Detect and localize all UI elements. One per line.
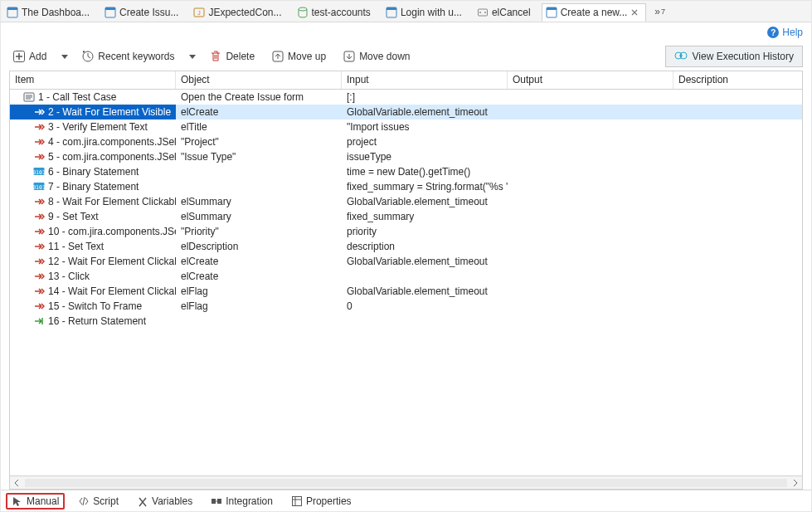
add-dropdown-caret-icon[interactable]	[61, 55, 68, 59]
cell-object[interactable]: elFlag	[176, 284, 342, 299]
cell-input[interactable]: fixed_summary	[342, 209, 508, 224]
cell-input[interactable]: fixed_summary = String.format("%s '	[342, 179, 508, 194]
cell-input[interactable]: GlobalVariable.element_timeout	[342, 105, 508, 119]
view-execution-history-button[interactable]: View Execution History	[665, 46, 804, 67]
table-row[interactable]: 9 - Set TextelSummaryfixed_summary	[10, 209, 802, 224]
cell-object[interactable]: elTitle	[176, 119, 342, 134]
cell-item[interactable]: 11 - Set Text	[10, 239, 176, 254]
cell-object[interactable]: elCreate	[176, 254, 342, 269]
cell-input[interactable]: time = new Date().getTime()	[342, 164, 508, 179]
cell-input[interactable]: GlobalVariable.element_timeout	[342, 284, 508, 299]
add-button[interactable]: Add	[9, 46, 50, 66]
cell-output[interactable]	[508, 179, 673, 194]
cell-item[interactable]: 2 - Wait For Element Visible	[10, 105, 176, 119]
cell-description[interactable]	[673, 299, 802, 314]
recent-keywords-button[interactable]: Recent keywords	[78, 46, 177, 66]
cell-output[interactable]	[508, 194, 673, 209]
cell-description[interactable]	[673, 164, 802, 179]
cell-item[interactable]: 12 - Wait For Element Clickab	[10, 254, 176, 269]
move-up-button[interactable]: Move up	[268, 46, 329, 66]
cell-input[interactable]: priority	[342, 224, 508, 239]
editor-tab[interactable]: test-accounts	[293, 3, 378, 22]
grid-body[interactable]: 1 - Call Test CaseOpen the Create Issue …	[10, 90, 802, 475]
cell-description[interactable]	[673, 90, 802, 105]
cell-output[interactable]	[508, 134, 673, 149]
cell-item[interactable]: 14 - Wait For Element Clickab	[10, 284, 176, 299]
cell-output[interactable]	[508, 314, 673, 329]
cell-item[interactable]: 3 - Verify Element Text	[10, 119, 176, 134]
cell-output[interactable]	[508, 239, 673, 254]
cell-object[interactable]: elFlag	[176, 299, 342, 314]
cell-description[interactable]	[673, 194, 802, 209]
cell-object[interactable]: "Priority"	[176, 224, 342, 239]
col-header-output[interactable]: Output	[508, 71, 673, 89]
cell-output[interactable]	[508, 284, 673, 299]
table-row[interactable]: 14 - Wait For Element ClickabelFlagGloba…	[10, 284, 802, 299]
tab-script[interactable]: Script	[73, 494, 124, 509]
editor-tab[interactable]: Login with u...	[382, 3, 469, 22]
cell-input[interactable]	[342, 269, 508, 284]
cell-object[interactable]: "Issue Type"	[176, 149, 342, 164]
cell-input[interactable]: GlobalVariable.element_timeout	[342, 254, 508, 269]
cell-output[interactable]	[508, 90, 673, 105]
cell-input[interactable]	[342, 314, 508, 329]
tab-variables[interactable]: Variables	[132, 494, 197, 509]
cell-item[interactable]: 13 - Click	[10, 269, 176, 284]
table-row[interactable]: 16 - Return Statement	[10, 314, 802, 329]
cell-input[interactable]: project	[342, 134, 508, 149]
table-row[interactable]: 13 - ClickelCreate	[10, 269, 802, 284]
cell-input[interactable]: "Import issues	[342, 119, 508, 134]
cell-output[interactable]	[508, 149, 673, 164]
cell-description[interactable]	[673, 149, 802, 164]
tab-manual[interactable]: Manual	[6, 493, 65, 510]
table-row[interactable]: 01017 - Binary Statementfixed_summary = …	[10, 179, 802, 194]
cell-item[interactable]: 01017 - Binary Statement	[10, 179, 176, 194]
cell-item[interactable]: 10 - com.jira.components.JSe	[10, 224, 176, 239]
table-row[interactable]: 12 - Wait For Element ClickabelCreateGlo…	[10, 254, 802, 269]
cell-description[interactable]	[673, 105, 802, 119]
cell-output[interactable]	[508, 105, 673, 119]
cell-input[interactable]: [:]	[342, 90, 508, 105]
col-header-description[interactable]: Description	[673, 71, 802, 89]
table-row[interactable]: 3 - Verify Element TextelTitle"Import is…	[10, 119, 802, 134]
table-row[interactable]: 2 - Wait For Element VisibleelCreateGlob…	[10, 105, 802, 119]
cell-object[interactable]	[176, 179, 342, 194]
recent-keywords-dropdown-caret-icon[interactable]	[189, 55, 196, 59]
cell-input[interactable]: GlobalVariable.element_timeout	[342, 194, 508, 209]
cell-item[interactable]: 16 - Return Statement	[10, 314, 176, 329]
help-link[interactable]: ? Help	[767, 27, 803, 38]
cell-description[interactable]	[673, 269, 802, 284]
cell-item[interactable]: 9 - Set Text	[10, 209, 176, 224]
table-row[interactable]: 15 - Switch To FrameelFlag0	[10, 299, 802, 314]
tab-integration[interactable]: Integration	[206, 494, 278, 509]
cell-object[interactable]	[176, 164, 342, 179]
editor-tab[interactable]: Create a new...	[542, 3, 647, 22]
cell-description[interactable]	[673, 134, 802, 149]
scroll-right-arrow-icon[interactable]	[790, 478, 800, 488]
cell-object[interactable]: elSummary	[176, 209, 342, 224]
cell-output[interactable]	[508, 224, 673, 239]
col-header-input[interactable]: Input	[342, 71, 508, 89]
cell-input[interactable]: description	[342, 239, 508, 254]
table-row[interactable]: 10 - com.jira.components.JSe"Priority"pr…	[10, 224, 802, 239]
col-header-object[interactable]: Object	[176, 71, 342, 89]
editor-tab[interactable]: Create Issu...	[100, 3, 186, 22]
scroll-track[interactable]	[25, 479, 787, 487]
delete-button[interactable]: Delete	[206, 46, 258, 66]
cell-object[interactable]: Open the Create Issue form	[176, 90, 342, 105]
cell-input[interactable]: issueType	[342, 149, 508, 164]
cell-input[interactable]: 0	[342, 299, 508, 314]
table-row[interactable]: 1 - Call Test CaseOpen the Create Issue …	[10, 90, 802, 105]
cell-object[interactable]: "Project"	[176, 134, 342, 149]
table-row[interactable]: 5 - com.jira.components.JSel"Issue Type"…	[10, 149, 802, 164]
cell-description[interactable]	[673, 254, 802, 269]
cell-description[interactable]	[673, 284, 802, 299]
grid-horizontal-scrollbar[interactable]	[10, 475, 802, 489]
cell-output[interactable]	[508, 299, 673, 314]
cell-output[interactable]	[508, 269, 673, 284]
cell-output[interactable]	[508, 119, 673, 134]
table-row[interactable]: 8 - Wait For Element ClickablelSummaryGl…	[10, 194, 802, 209]
cell-object[interactable]: elCreate	[176, 105, 342, 119]
col-header-item[interactable]: Item	[10, 71, 176, 89]
cell-item[interactable]: 8 - Wait For Element Clickabl	[10, 194, 176, 209]
